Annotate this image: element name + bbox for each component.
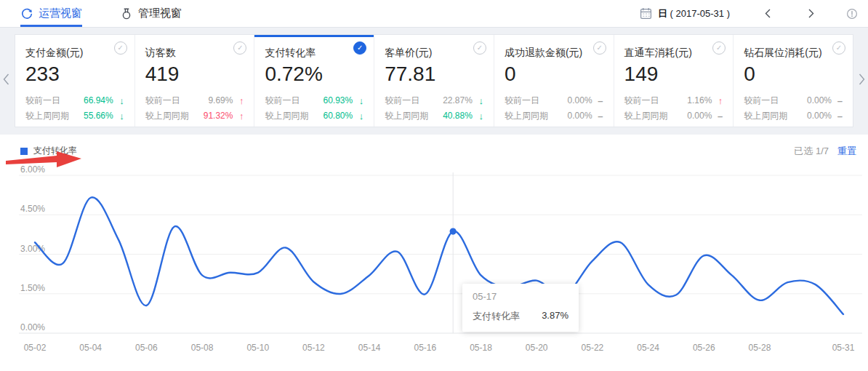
x-tick-label: 05-24 xyxy=(637,343,659,353)
trend-label: 较前一日 xyxy=(744,93,807,108)
trend-arrow-icon: – xyxy=(832,93,843,108)
chevron-right-icon xyxy=(806,8,816,19)
alert-info-button[interactable] xyxy=(846,8,858,20)
metric-value: 0 xyxy=(505,63,603,86)
selection-status: 已选 1/7重置 xyxy=(794,145,856,158)
trend-arrow-icon: – xyxy=(832,108,843,124)
topbar: 运营视窗 管理视窗 日 ( 2017-05-31 ) xyxy=(0,0,868,28)
card-check-icon[interactable]: ✓ xyxy=(593,41,606,55)
operations-view-icon xyxy=(20,7,33,20)
y-tick-label: 1.50% xyxy=(20,283,45,293)
calendar-icon xyxy=(640,7,652,20)
metric-card[interactable]: ✓ 直通车消耗(元) 149 较前一日 1.16% ↑ 较上周同期 0.00% … xyxy=(614,35,734,127)
cards-scroll-left-icon xyxy=(2,73,10,86)
trend-value: 0.00% xyxy=(568,108,592,124)
metric-title: 支付金额(元) xyxy=(25,47,124,60)
trend-arrow-icon: ↓ xyxy=(353,93,363,108)
trend-arrow-icon: – xyxy=(592,93,603,108)
trend-value: 91.32% xyxy=(204,108,233,124)
tooltip-series-label: 支付转化率 xyxy=(473,310,520,323)
metric-title: 访客数 xyxy=(145,47,244,60)
topbar-controls: 日 ( 2017-05-31 ) xyxy=(640,7,858,20)
metric-card[interactable]: ✓ 客单价(元) 77.81 较前一日 22.87% ↓ 较上周同期 40.88… xyxy=(374,35,494,127)
x-tick-label: 05-31 xyxy=(832,343,855,353)
metric-value: 149 xyxy=(624,63,723,86)
tooltip-value: 3.87% xyxy=(542,310,568,323)
trend-label: 较上周同期 xyxy=(385,108,443,124)
trend-row-day: 较前一日 1.16% ↑ xyxy=(624,93,723,108)
trend-label: 较前一日 xyxy=(265,93,323,108)
trend-row-day: 较前一日 0.00% – xyxy=(505,93,603,108)
trend-arrow-icon: ↓ xyxy=(113,108,124,124)
x-tick-label: 05-22 xyxy=(582,343,604,353)
metric-value: 233 xyxy=(25,63,124,86)
x-tick-label: 05-28 xyxy=(749,343,771,353)
tab-management-view[interactable]: 管理视窗 xyxy=(120,0,182,27)
metric-title: 成功退款金额(元) xyxy=(505,47,603,60)
trend-value: 1.16% xyxy=(687,93,712,108)
metric-card[interactable]: ✓ 支付金额(元) 233 较前一日 66.94% ↓ 较上周同期 55.66%… xyxy=(15,35,135,127)
red-annotation-arrow xyxy=(6,150,84,169)
trend-label: 较上周同期 xyxy=(624,108,688,124)
trend-value: 9.69% xyxy=(208,93,233,108)
metric-value: 419 xyxy=(145,63,244,86)
metric-card[interactable]: ✓ 访客数 419 较前一日 9.69% ↑ 较上周同期 91.32% ↑ xyxy=(135,35,255,127)
card-check-icon[interactable]: ✓ xyxy=(114,41,127,55)
trend-arrow-icon: ↓ xyxy=(473,108,483,124)
selected-count: 已选 1/7 xyxy=(794,145,829,156)
trend-label: 较上周同期 xyxy=(505,108,568,124)
date-selector[interactable]: 日 ( 2017-05-31 ) xyxy=(640,7,730,20)
reset-link[interactable]: 重置 xyxy=(837,145,856,156)
trend-arrow-icon: – xyxy=(592,108,603,124)
x-tick-label: 05-20 xyxy=(526,343,548,353)
trend-value: 22.87% xyxy=(443,93,473,108)
trend-label: 较上周同期 xyxy=(265,108,323,124)
x-tick-label: 05-10 xyxy=(246,343,269,353)
card-check-icon[interactable]: ✓ xyxy=(832,41,845,55)
cards-scroll-left-button[interactable] xyxy=(2,73,10,89)
trend-row-week: 较上周同期 55.66% ↓ xyxy=(25,108,124,124)
trend-value: 0.00% xyxy=(687,108,712,124)
management-view-icon xyxy=(120,7,133,20)
y-tick-label: 0.00% xyxy=(20,322,45,332)
metric-cards-section: ✓ 支付金额(元) 233 较前一日 66.94% ↓ 较上周同期 55.66%… xyxy=(15,34,853,127)
card-check-icon[interactable]: ✓ xyxy=(473,41,486,55)
trend-value: 40.88% xyxy=(443,108,473,124)
x-tick-label: 05-16 xyxy=(414,343,436,353)
trend-row-day: 较前一日 9.69% ↑ xyxy=(145,93,244,108)
metric-card[interactable]: ✓ 钻石展位消耗(元) 0 较前一日 0.00% – 较上周同期 0.00% – xyxy=(734,35,853,127)
trend-row-week: 较上周同期 60.80% ↓ xyxy=(265,108,363,124)
tab-operations-view[interactable]: 运营视窗 xyxy=(20,0,82,27)
trend-label: 较前一日 xyxy=(145,93,209,108)
metric-card[interactable]: ✓ 成功退款金额(元) 0 较前一日 0.00% – 较上周同期 0.00% – xyxy=(494,35,614,127)
trend-label: 较上周同期 xyxy=(25,108,84,124)
chart-tooltip: 05-17 支付转化率 3.87% xyxy=(462,284,579,332)
card-check-icon[interactable]: ✓ xyxy=(233,41,246,55)
trend-row-day: 较前一日 66.94% ↓ xyxy=(25,93,124,108)
trend-arrow-icon: ↑ xyxy=(712,93,723,108)
trend-row-week: 较上周同期 0.00% – xyxy=(744,108,843,124)
metric-title: 钻石展位消耗(元) xyxy=(744,47,843,60)
x-tick-label: 05-26 xyxy=(693,343,715,353)
metric-card[interactable]: ✓ 支付转化率 0.72% 较前一日 60.93% ↓ 较上周同期 60.80%… xyxy=(254,35,374,127)
alert-circle-icon xyxy=(846,8,858,20)
trend-arrow-icon: ↑ xyxy=(233,108,244,124)
trend-label: 较前一日 xyxy=(505,93,568,108)
prev-date-button[interactable] xyxy=(763,8,773,19)
metric-cards-row: ✓ 支付金额(元) 233 较前一日 66.94% ↓ 较上周同期 55.66%… xyxy=(15,34,853,127)
cards-scroll-right-button[interactable] xyxy=(858,73,866,89)
metric-value: 0.72% xyxy=(265,63,363,86)
y-tick-label: 3.00% xyxy=(20,244,45,254)
x-tick-label: 05-18 xyxy=(470,343,492,353)
date-mode: 日 xyxy=(658,8,667,19)
trend-row-day: 较前一日 60.93% ↓ xyxy=(265,93,363,108)
card-check-icon[interactable]: ✓ xyxy=(353,41,366,55)
line-chart[interactable]: 0.00%1.50%3.00%4.50%6.00%05-0205-0405-06… xyxy=(0,162,868,371)
next-date-button[interactable] xyxy=(806,8,816,19)
trend-label: 较前一日 xyxy=(624,93,688,108)
tab-label: 运营视窗 xyxy=(39,7,82,20)
card-check-icon[interactable]: ✓ xyxy=(712,41,726,55)
trend-row-week: 较上周同期 0.00% – xyxy=(624,108,723,124)
trend-arrow-icon: ↓ xyxy=(353,108,363,124)
x-tick-label: 05-12 xyxy=(302,343,325,353)
